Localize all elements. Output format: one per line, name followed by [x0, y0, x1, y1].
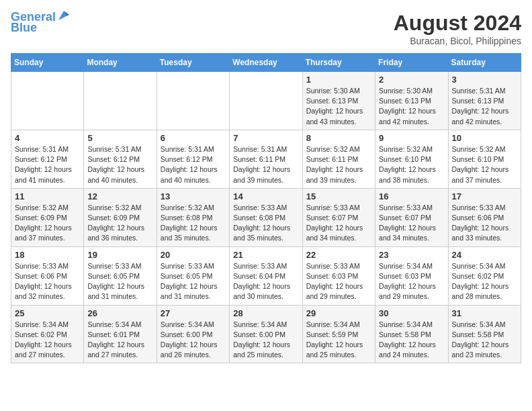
- day-number: 2: [379, 75, 444, 85]
- day-info: Sunrise: 5:32 AM Sunset: 6:09 PM Dayligh…: [15, 203, 80, 244]
- calendar-cell: 12Sunrise: 5:32 AM Sunset: 6:09 PM Dayli…: [84, 188, 157, 246]
- calendar-cell: 1Sunrise: 5:30 AM Sunset: 6:13 PM Daylig…: [302, 72, 375, 130]
- calendar-cell: 25Sunrise: 5:34 AM Sunset: 6:02 PM Dayli…: [11, 305, 84, 363]
- header-tuesday: Tuesday: [157, 54, 229, 72]
- day-number: 29: [306, 308, 371, 318]
- day-number: 22: [306, 250, 371, 260]
- calendar-cell: 2Sunrise: 5:30 AM Sunset: 6:13 PM Daylig…: [375, 72, 448, 130]
- day-info: Sunrise: 5:30 AM Sunset: 6:13 PM Dayligh…: [306, 86, 371, 127]
- calendar-cell: 7Sunrise: 5:31 AM Sunset: 6:11 PM Daylig…: [230, 130, 302, 188]
- day-number: 31: [452, 308, 517, 318]
- day-number: 11: [15, 191, 80, 201]
- day-info: Sunrise: 5:34 AM Sunset: 5:59 PM Dayligh…: [306, 320, 371, 361]
- day-info: Sunrise: 5:33 AM Sunset: 6:06 PM Dayligh…: [15, 261, 80, 302]
- calendar-cell: 20Sunrise: 5:33 AM Sunset: 6:05 PM Dayli…: [157, 246, 229, 305]
- calendar-header: Sunday Monday Tuesday Wednesday Thursday…: [11, 54, 521, 72]
- day-info: Sunrise: 5:34 AM Sunset: 6:00 PM Dayligh…: [161, 320, 226, 361]
- calendar-cell: 15Sunrise: 5:33 AM Sunset: 6:07 PM Dayli…: [302, 188, 375, 246]
- logo-bird-icon: [57, 9, 71, 23]
- day-number: 14: [233, 191, 298, 201]
- calendar-cell: 8Sunrise: 5:32 AM Sunset: 6:11 PM Daylig…: [302, 130, 375, 188]
- day-number: 15: [306, 191, 371, 201]
- day-info: Sunrise: 5:32 AM Sunset: 6:11 PM Dayligh…: [306, 144, 371, 185]
- day-info: Sunrise: 5:34 AM Sunset: 5:58 PM Dayligh…: [452, 320, 517, 361]
- calendar-cell: 11Sunrise: 5:32 AM Sunset: 6:09 PM Dayli…: [11, 188, 84, 246]
- day-info: Sunrise: 5:33 AM Sunset: 6:06 PM Dayligh…: [452, 203, 517, 244]
- day-info: Sunrise: 5:33 AM Sunset: 6:05 PM Dayligh…: [87, 261, 152, 302]
- calendar-cell: [157, 72, 229, 130]
- calendar-cell: 14Sunrise: 5:33 AM Sunset: 6:08 PM Dayli…: [230, 188, 302, 246]
- day-number: 7: [233, 133, 298, 143]
- day-number: 10: [452, 133, 517, 143]
- calendar-table: Sunday Monday Tuesday Wednesday Thursday…: [11, 53, 521, 363]
- day-number: 12: [87, 191, 152, 201]
- calendar-cell: 4Sunrise: 5:31 AM Sunset: 6:12 PM Daylig…: [11, 130, 84, 188]
- day-info: Sunrise: 5:32 AM Sunset: 6:10 PM Dayligh…: [379, 144, 444, 185]
- calendar-week-1: 1Sunrise: 5:30 AM Sunset: 6:13 PM Daylig…: [11, 72, 521, 130]
- logo-text-line2: Blue: [11, 21, 37, 35]
- calendar-cell: [11, 72, 84, 130]
- header-sunday: Sunday: [11, 54, 84, 72]
- calendar-cell: 24Sunrise: 5:34 AM Sunset: 6:02 PM Dayli…: [448, 246, 521, 305]
- day-number: 21: [233, 250, 298, 260]
- day-info: Sunrise: 5:33 AM Sunset: 6:05 PM Dayligh…: [161, 261, 226, 302]
- day-number: 1: [306, 75, 371, 85]
- day-number: 9: [379, 133, 444, 143]
- calendar-cell: 18Sunrise: 5:33 AM Sunset: 6:06 PM Dayli…: [11, 246, 84, 305]
- calendar-cell: 27Sunrise: 5:34 AM Sunset: 6:00 PM Dayli…: [157, 305, 229, 363]
- day-info: Sunrise: 5:34 AM Sunset: 6:00 PM Dayligh…: [233, 320, 298, 361]
- day-info: Sunrise: 5:31 AM Sunset: 6:11 PM Dayligh…: [233, 144, 298, 185]
- header-wednesday: Wednesday: [230, 54, 302, 72]
- calendar-week-2: 4Sunrise: 5:31 AM Sunset: 6:12 PM Daylig…: [11, 130, 521, 188]
- calendar-cell: [84, 72, 157, 130]
- day-info: Sunrise: 5:33 AM Sunset: 6:07 PM Dayligh…: [379, 203, 444, 244]
- day-info: Sunrise: 5:34 AM Sunset: 5:58 PM Dayligh…: [379, 320, 444, 361]
- calendar-cell: 19Sunrise: 5:33 AM Sunset: 6:05 PM Dayli…: [84, 246, 157, 305]
- day-info: Sunrise: 5:32 AM Sunset: 6:10 PM Dayligh…: [452, 144, 517, 185]
- day-number: 20: [161, 250, 226, 260]
- day-number: 19: [87, 250, 152, 260]
- calendar-cell: 31Sunrise: 5:34 AM Sunset: 5:58 PM Dayli…: [448, 305, 521, 363]
- calendar-body: 1Sunrise: 5:30 AM Sunset: 6:13 PM Daylig…: [11, 72, 521, 363]
- calendar-cell: 9Sunrise: 5:32 AM Sunset: 6:10 PM Daylig…: [375, 130, 448, 188]
- day-info: Sunrise: 5:34 AM Sunset: 6:01 PM Dayligh…: [87, 320, 152, 361]
- day-info: Sunrise: 5:33 AM Sunset: 6:07 PM Dayligh…: [306, 203, 371, 244]
- calendar-cell: 10Sunrise: 5:32 AM Sunset: 6:10 PM Dayli…: [448, 130, 521, 188]
- day-number: 5: [87, 133, 152, 143]
- calendar-cell: 21Sunrise: 5:33 AM Sunset: 6:04 PM Dayli…: [230, 246, 302, 305]
- day-number: 28: [233, 308, 298, 318]
- day-number: 6: [161, 133, 226, 143]
- day-number: 25: [15, 308, 80, 318]
- day-info: Sunrise: 5:33 AM Sunset: 6:04 PM Dayligh…: [233, 261, 298, 302]
- day-info: Sunrise: 5:31 AM Sunset: 6:12 PM Dayligh…: [87, 144, 152, 185]
- day-info: Sunrise: 5:34 AM Sunset: 6:02 PM Dayligh…: [15, 320, 80, 361]
- day-number: 4: [15, 133, 80, 143]
- calendar-subtitle: Buracan, Bicol, Philippines: [394, 36, 521, 46]
- day-info: Sunrise: 5:33 AM Sunset: 6:03 PM Dayligh…: [306, 261, 371, 302]
- day-info: Sunrise: 5:30 AM Sunset: 6:13 PM Dayligh…: [379, 86, 444, 127]
- day-info: Sunrise: 5:31 AM Sunset: 6:12 PM Dayligh…: [161, 144, 226, 185]
- calendar-cell: 6Sunrise: 5:31 AM Sunset: 6:12 PM Daylig…: [157, 130, 229, 188]
- calendar-cell: 29Sunrise: 5:34 AM Sunset: 5:59 PM Dayli…: [302, 305, 375, 363]
- calendar-cell: 5Sunrise: 5:31 AM Sunset: 6:12 PM Daylig…: [84, 130, 157, 188]
- calendar-title: August 2024: [394, 11, 521, 36]
- header: General Blue August 2024 Buracan, Bicol,…: [11, 11, 521, 46]
- calendar-cell: 13Sunrise: 5:32 AM Sunset: 6:08 PM Dayli…: [157, 188, 229, 246]
- calendar-cell: 23Sunrise: 5:34 AM Sunset: 6:03 PM Dayli…: [375, 246, 448, 305]
- calendar-cell: 22Sunrise: 5:33 AM Sunset: 6:03 PM Dayli…: [302, 246, 375, 305]
- calendar-cell: 26Sunrise: 5:34 AM Sunset: 6:01 PM Dayli…: [84, 305, 157, 363]
- calendar-cell: 16Sunrise: 5:33 AM Sunset: 6:07 PM Dayli…: [375, 188, 448, 246]
- header-thursday: Thursday: [302, 54, 375, 72]
- day-number: 30: [379, 308, 444, 318]
- calendar-cell: 17Sunrise: 5:33 AM Sunset: 6:06 PM Dayli…: [448, 188, 521, 246]
- day-number: 16: [379, 191, 444, 201]
- day-number: 13: [161, 191, 226, 201]
- day-number: 18: [15, 250, 80, 260]
- calendar-cell: [230, 72, 302, 130]
- day-info: Sunrise: 5:33 AM Sunset: 6:08 PM Dayligh…: [233, 203, 298, 244]
- header-friday: Friday: [375, 54, 448, 72]
- day-info: Sunrise: 5:32 AM Sunset: 6:08 PM Dayligh…: [161, 203, 226, 244]
- day-number: 24: [452, 250, 517, 260]
- day-info: Sunrise: 5:31 AM Sunset: 6:13 PM Dayligh…: [452, 86, 517, 127]
- day-number: 8: [306, 133, 371, 143]
